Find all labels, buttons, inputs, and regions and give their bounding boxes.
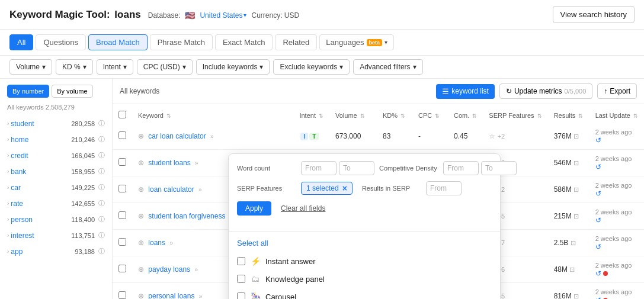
- volume-filter[interactable]: Volume ▾: [9, 59, 52, 75]
- keyword-link[interactable]: car loan calculator: [148, 132, 206, 140]
- keyword-link[interactable]: loan calculator: [148, 185, 194, 194]
- refresh-icon[interactable]: ↺: [595, 189, 601, 198]
- row-checkbox[interactable]: [118, 131, 126, 139]
- clear-selection-button[interactable]: ×: [342, 184, 347, 192]
- last-update-cell: 2 weeks ago ↺: [589, 123, 644, 150]
- row-checkbox[interactable]: [118, 291, 126, 299]
- serp-items-container: ⚡ Instant answer 🗂 Knowledge panel 🎠 Car…: [229, 252, 500, 299]
- sidebar-item-student[interactable]: › student 280,258 ⓘ: [0, 115, 112, 131]
- keyword-link[interactable]: student loans: [148, 159, 190, 167]
- refresh-icon[interactable]: ↺: [595, 296, 601, 299]
- db-link[interactable]: United States ▾: [200, 11, 246, 20]
- sort-by-volume-button[interactable]: By volume: [52, 85, 92, 98]
- tab-exact-match[interactable]: Exact Match: [215, 34, 273, 50]
- select-all-link[interactable]: Select all: [229, 234, 500, 252]
- page-icon: ⊡: [573, 292, 579, 299]
- volume-cell: 673,000: [329, 123, 377, 150]
- sidebar-chevron: ›: [7, 232, 9, 239]
- row-checkbox[interactable]: [118, 158, 126, 166]
- serp-item-icon: 🎠: [250, 292, 261, 299]
- advanced-filters-button[interactable]: Advanced filters ▾: [353, 59, 422, 75]
- export-button[interactable]: ↑ Export: [597, 83, 637, 99]
- row-checkbox-cell: [113, 283, 132, 300]
- refresh-icon[interactable]: ↺: [595, 163, 601, 171]
- sidebar-item-person[interactable]: › person 118,400 ⓘ: [0, 211, 112, 227]
- last-update-cell: 2 weeks ago ↺: [589, 230, 644, 256]
- selected-badge: 1 selected ×: [301, 182, 353, 195]
- refresh-icon[interactable]: ↺: [595, 243, 601, 251]
- results-cell: 546M ⊡: [548, 150, 589, 176]
- apply-button[interactable]: Apply: [237, 201, 271, 216]
- keyword-link[interactable]: student loan forgiveness: [148, 212, 225, 220]
- tabs-row: All Questions Broad Match Phrase Match E…: [0, 30, 644, 56]
- keyword-link[interactable]: personal loans: [148, 292, 194, 299]
- sidebar-item-rate[interactable]: › rate 142,655 ⓘ: [0, 195, 112, 211]
- keyword-link[interactable]: loans: [148, 239, 165, 247]
- serp-features-popup[interactable]: Word count Competitive Density SERP Feat…: [228, 153, 501, 299]
- tab-broad-match[interactable]: Broad Match: [88, 34, 148, 50]
- tab-phrase-match[interactable]: Phrase Match: [150, 34, 213, 50]
- sidebar-item-credit[interactable]: › credit 166,045 ⓘ: [0, 147, 112, 163]
- row-checkbox-cell: [113, 230, 132, 256]
- sidebar-chevron: ›: [7, 152, 9, 159]
- serp-checkbox-knowledge_panel[interactable]: [237, 275, 245, 283]
- info-icon: ⓘ: [98, 119, 105, 128]
- col-last-update: Last Update ⇅: [589, 106, 644, 125]
- serp-checkbox-instant_answer[interactable]: [237, 257, 245, 265]
- sidebar-item-car[interactable]: › car 149,225 ⓘ: [0, 179, 112, 195]
- info-icon: ⓘ: [98, 167, 105, 176]
- drill-down-icon: »: [169, 240, 173, 246]
- intent-filter[interactable]: Intent ▾: [97, 59, 133, 75]
- serp-item-knowledge_panel[interactable]: 🗂 Knowledge panel: [229, 270, 500, 288]
- word-count-row: Word count Competitive Density: [237, 161, 492, 175]
- view-history-button[interactable]: View search history: [553, 6, 635, 23]
- keyword-cell: ⊕ car loan calculator »: [132, 123, 293, 150]
- ago-text: 2 weeks ago: [595, 182, 632, 189]
- tag-t: T: [309, 133, 319, 140]
- page-icon: ⊡: [573, 186, 579, 193]
- refresh-icon[interactable]: ↺: [595, 216, 601, 224]
- include-keywords-filter[interactable]: Include keywords ▾: [196, 59, 270, 75]
- keyword-link[interactable]: payday loans: [148, 265, 190, 274]
- results-cell: 816M ⊡: [548, 283, 589, 300]
- tab-questions[interactable]: Questions: [36, 34, 86, 50]
- popup-inner: Word count Competitive Density SERP Feat…: [229, 154, 500, 229]
- clear-all-button[interactable]: Clear all fields: [276, 201, 330, 216]
- row-checkbox[interactable]: [118, 185, 126, 192]
- refresh-icon[interactable]: ↺: [595, 269, 601, 278]
- serp-checkbox-carousel[interactable]: [237, 292, 245, 299]
- update-metrics-button[interactable]: ↻ Update metrics 0/5,000: [499, 83, 592, 99]
- cpc-filter[interactable]: CPC (USD) ▾: [137, 59, 193, 75]
- sidebar-item-interest[interactable]: › interest 113,751 ⓘ: [0, 227, 112, 243]
- tab-related[interactable]: Related: [275, 34, 317, 50]
- word-count-to[interactable]: [339, 161, 374, 175]
- tab-all[interactable]: All: [9, 34, 33, 50]
- page-title: Keyword Magic Tool: loans: [9, 9, 141, 21]
- row-checkbox[interactable]: [118, 211, 126, 219]
- serp-item-carousel[interactable]: 🎠 Carousel: [229, 288, 500, 299]
- tab-languages[interactable]: Languages beta ▾: [319, 34, 394, 50]
- sidebar-chevron: ›: [7, 120, 9, 127]
- ago-text: 2 weeks ago: [595, 288, 632, 295]
- sidebar-item-bank[interactable]: › bank 158,955 ⓘ: [0, 163, 112, 179]
- col-intent: Intent ⇅: [293, 106, 329, 125]
- sort-by-number-button[interactable]: By number: [7, 85, 49, 98]
- word-count-from[interactable]: [301, 161, 337, 175]
- comp-density-to[interactable]: [481, 161, 517, 175]
- ago-text: 2 weeks ago: [595, 128, 632, 136]
- sidebar-item-home[interactable]: › home 210,246 ⓘ: [0, 131, 112, 147]
- sidebar-item-app[interactable]: › app 93,188 ⓘ: [0, 243, 112, 259]
- comp-density-from[interactable]: [443, 161, 479, 175]
- serp-item-instant_answer[interactable]: ⚡ Instant answer: [229, 252, 500, 270]
- exclude-keywords-filter[interactable]: Exclude keywords ▾: [273, 59, 350, 75]
- drill-down-icon: »: [195, 160, 198, 166]
- add-icon: ⊕: [138, 265, 144, 274]
- refresh-icon[interactable]: ↺: [595, 136, 601, 144]
- keyword-list-button[interactable]: ☰ keyword list: [436, 84, 495, 99]
- row-checkbox[interactable]: [118, 265, 126, 272]
- select-all-checkbox[interactable]: [118, 111, 126, 118]
- results-serp-from[interactable]: [426, 181, 462, 195]
- col-results: Results ⇅: [548, 106, 589, 125]
- row-checkbox[interactable]: [118, 238, 126, 246]
- kd-filter[interactable]: KD % ▾: [56, 59, 93, 75]
